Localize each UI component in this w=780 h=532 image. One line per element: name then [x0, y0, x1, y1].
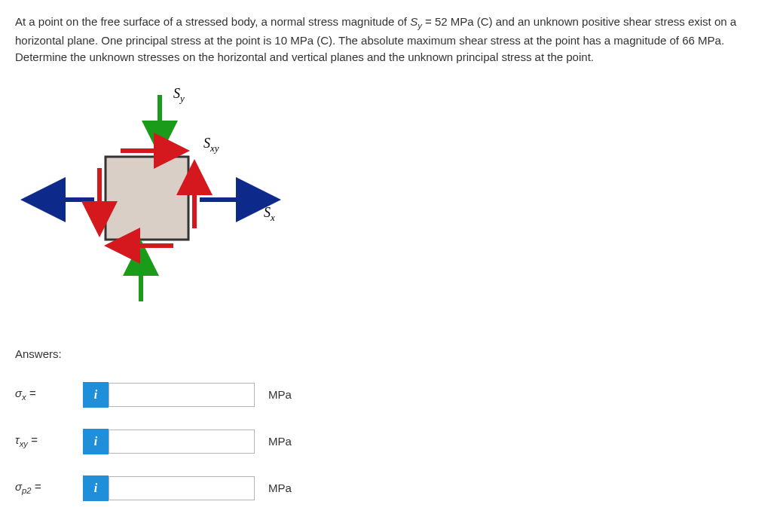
diagram-sx-sub: x	[270, 212, 275, 223]
diagram-sxy-label: S	[203, 136, 210, 151]
info-button-sigma-p2[interactable]: i	[83, 475, 109, 501]
answer-label-tau-xy: τxy =	[15, 432, 60, 451]
info-button-tau-xy[interactable]: i	[83, 429, 109, 454]
diagram-sy-sub: y	[179, 93, 185, 104]
input-sigma-p2[interactable]	[109, 476, 255, 500]
diagram-sxy-sub: xy	[210, 142, 219, 154]
unit-tau-xy: MPa	[268, 433, 292, 451]
answer-label-sigma-x: σx =	[15, 385, 60, 404]
svg-text:Sy: Sy	[173, 86, 185, 104]
answer-row-sigma-p2: σp2 = i MPa	[15, 475, 765, 501]
problem-line1-pre: At a point on the free surface of a stre…	[15, 15, 410, 28]
sy-var: S	[410, 15, 418, 28]
svg-text:Sxy: Sxy	[203, 136, 219, 154]
answer-label-sigma-p2: σp2 =	[15, 478, 60, 497]
svg-rect-0	[106, 157, 188, 240]
unit-sigma-p2: MPa	[268, 480, 292, 497]
stress-element-diagram: Sy Sxy Sx	[19, 81, 765, 320]
sy-val: = 52 MPa (C) and an unknown positive she…	[422, 15, 685, 28]
problem-statement: At a point on the free surface of a stre…	[15, 14, 765, 66]
input-sigma-x[interactable]	[109, 383, 255, 407]
input-tau-xy[interactable]	[109, 430, 255, 454]
diagram-sy-label: S	[173, 86, 180, 101]
unit-sigma-x: MPa	[268, 387, 292, 404]
diagram-sx-label: S	[264, 205, 271, 220]
answer-row-sigma-x: σx = i MPa	[15, 382, 765, 408]
info-button-sigma-x[interactable]: i	[83, 382, 109, 408]
answer-row-tau-xy: τxy = i MPa	[15, 429, 765, 454]
problem-line4: point.	[566, 50, 594, 63]
svg-text:Sx: Sx	[264, 205, 275, 223]
answers-header: Answers:	[15, 346, 765, 363]
